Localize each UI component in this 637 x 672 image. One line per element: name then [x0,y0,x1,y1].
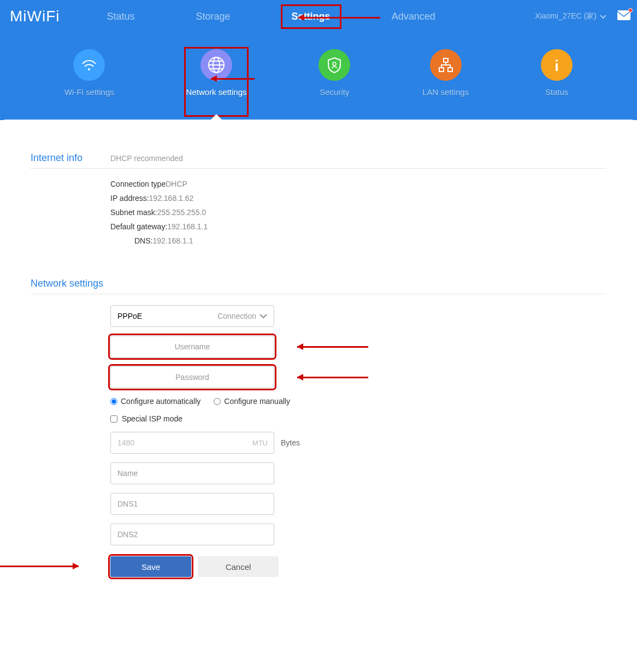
svg-point-11 [556,60,558,62]
connection-hint: Connection [217,312,256,320]
section-title: Internet info [31,152,110,164]
connection-value: PPPoE [117,312,142,320]
top-header: MiWiFi Status Storage Settings Advanced … [0,0,637,120]
gw-value: 192.168.1.1 [167,222,208,231]
annotation-arrow [297,346,368,348]
section-network-settings: Network settings [31,278,606,294]
dns1-input[interactable] [110,493,274,515]
device-name: Xiaomi_27EC (家) [535,11,597,21]
chevron-down-icon [259,312,267,320]
gw-label: Default gateway: [110,222,167,231]
tab-label: Network settings [186,87,247,97]
tab-wifi-settings[interactable]: Wi-Fi settings [64,49,114,115]
annotation-arrow [297,377,368,378]
svg-point-1 [88,68,90,70]
tab-security[interactable]: Security [318,49,350,115]
tab-network-settings[interactable]: Network settings [186,49,247,115]
radio-configure-manual[interactable]: Configure manually [214,397,290,406]
annotation-arrow [0,566,79,567]
svg-rect-12 [556,63,558,71]
radio-input[interactable] [214,398,221,405]
special-isp-checkbox[interactable] [110,415,117,423]
messages-button[interactable] [617,10,630,22]
nav-storage[interactable]: Storage [187,7,239,27]
info-icon [541,49,573,81]
conn-type-label: Connection type [110,180,166,188]
radio-input[interactable] [110,398,117,405]
dns-label: DNS: [134,236,152,245]
mask-label: Subnet mask: [110,208,157,217]
tab-label: Wi-Fi settings [64,87,114,97]
nav-settings[interactable]: Settings [283,7,339,27]
annotation-arrow [298,17,380,19]
radio-configure-auto[interactable]: Configure automatically [110,397,200,406]
tab-label: Status [545,87,569,97]
tab-label: Security [320,87,349,97]
svg-rect-8 [444,58,448,62]
ip-value: 192.168.1.62 [149,194,194,203]
tab-lan-settings[interactable]: LAN settings [422,49,469,115]
nav-advanced[interactable]: Advanced [383,7,444,27]
connection-type-select[interactable]: PPPoE Connection [110,305,274,327]
special-isp-label: Special ISP mode [122,414,182,423]
radio-label: Configure manually [224,397,290,406]
notification-badge [628,8,633,13]
name-input[interactable] [110,462,274,484]
nav-status[interactable]: Status [98,7,144,27]
section-internet-info: Internet info DHCP recommended [31,152,606,169]
bytes-label: Bytes [281,438,300,447]
svg-point-7 [333,62,336,66]
chevron-down-icon [600,12,606,21]
tab-status[interactable]: Status [541,49,573,115]
logo-text: MiWiFi [10,8,60,25]
svg-rect-9 [439,68,444,72]
mask-value: 255.255.255.0 [157,208,207,217]
main-panel: Internet info DHCP recommended Connectio… [2,120,635,599]
ip-label: IP address: [110,194,149,203]
password-input[interactable] [110,366,274,388]
svg-rect-10 [448,68,452,72]
section-subtitle: DHCP recommended [110,154,183,163]
wifi-icon [73,49,105,81]
section-title: Network settings [31,278,110,289]
save-button[interactable]: Save [110,556,191,577]
radio-label: Configure automatically [121,397,200,406]
dns-value: 192.168.1.1 [152,236,193,245]
network-tree-icon [430,49,462,81]
tab-label: LAN settings [422,87,469,97]
shield-icon [318,49,350,81]
cancel-button[interactable]: Cancel [198,556,279,577]
conn-type-value: DHCP [166,180,187,188]
username-input[interactable] [110,336,274,358]
device-dropdown[interactable]: Xiaomi_27EC (家) [535,11,606,21]
annotation-arrow [211,78,255,80]
dns2-input[interactable] [110,524,274,545]
mtu-input[interactable] [110,432,274,454]
